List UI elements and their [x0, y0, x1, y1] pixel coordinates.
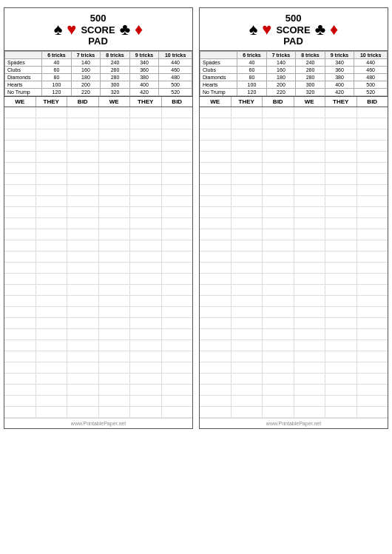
score-cell[interactable]	[162, 118, 193, 129]
score-cell[interactable]	[263, 118, 294, 129]
score-cell[interactable]	[232, 374, 263, 384]
score-cell[interactable]	[130, 329, 162, 340]
score-cell[interactable]	[67, 163, 99, 173]
score-cell[interactable]	[263, 296, 294, 306]
score-cell[interactable]	[162, 407, 193, 417]
score-cell[interactable]	[200, 141, 232, 151]
score-cell[interactable]	[162, 263, 193, 273]
score-cell[interactable]	[325, 351, 357, 362]
score-cell[interactable]	[263, 163, 294, 173]
score-cell[interactable]	[263, 274, 294, 284]
score-cell[interactable]	[325, 118, 357, 129]
score-cell[interactable]	[325, 340, 357, 351]
score-cell[interactable]	[67, 218, 99, 229]
score-cell[interactable]	[357, 141, 388, 151]
score-cell[interactable]	[200, 129, 232, 140]
score-cell[interactable]	[200, 163, 232, 173]
score-cell[interactable]	[130, 296, 162, 306]
score-cell[interactable]	[130, 174, 162, 184]
score-cell[interactable]	[36, 174, 68, 184]
score-cell[interactable]	[130, 107, 162, 118]
score-cell[interactable]	[36, 407, 68, 417]
score-cell[interactable]	[162, 385, 193, 395]
score-cell[interactable]	[325, 240, 357, 251]
score-cell[interactable]	[232, 340, 263, 351]
score-cell[interactable]	[357, 185, 388, 195]
score-cell[interactable]	[263, 152, 294, 162]
score-cell[interactable]	[294, 362, 326, 373]
score-cell[interactable]	[99, 263, 131, 273]
score-cell[interactable]	[263, 362, 294, 373]
score-cell[interactable]	[294, 407, 326, 417]
score-cell[interactable]	[200, 274, 232, 284]
score-cell[interactable]	[263, 185, 294, 195]
score-cell[interactable]	[67, 362, 99, 373]
score-cell[interactable]	[294, 174, 326, 184]
score-cell[interactable]	[200, 407, 232, 417]
score-cell[interactable]	[162, 196, 193, 206]
score-cell[interactable]	[200, 107, 232, 118]
score-cell[interactable]	[232, 152, 263, 162]
score-cell[interactable]	[232, 351, 263, 362]
score-cell[interactable]	[4, 263, 36, 273]
score-cell[interactable]	[36, 251, 68, 262]
score-cell[interactable]	[294, 285, 326, 295]
score-cell[interactable]	[36, 185, 68, 195]
score-cell[interactable]	[130, 396, 162, 406]
score-cell[interactable]	[263, 141, 294, 151]
score-cell[interactable]	[4, 396, 36, 406]
score-cell[interactable]	[99, 351, 131, 362]
score-cell[interactable]	[130, 385, 162, 395]
score-cell[interactable]	[67, 307, 99, 317]
score-cell[interactable]	[263, 318, 294, 328]
score-cell[interactable]	[263, 285, 294, 295]
score-cell[interactable]	[200, 307, 232, 317]
score-cell[interactable]	[130, 129, 162, 140]
score-cell[interactable]	[162, 251, 193, 262]
score-cell[interactable]	[357, 207, 388, 217]
score-cell[interactable]	[200, 329, 232, 340]
score-cell[interactable]	[263, 263, 294, 273]
score-cell[interactable]	[232, 118, 263, 129]
score-cell[interactable]	[200, 396, 232, 406]
score-cell[interactable]	[36, 307, 68, 317]
score-cell[interactable]	[200, 296, 232, 306]
score-cell[interactable]	[325, 129, 357, 140]
score-cell[interactable]	[294, 163, 326, 173]
score-cell[interactable]	[232, 163, 263, 173]
score-cell[interactable]	[4, 129, 36, 140]
score-cell[interactable]	[4, 307, 36, 317]
score-cell[interactable]	[325, 152, 357, 162]
score-cell[interactable]	[294, 340, 326, 351]
score-cell[interactable]	[4, 185, 36, 195]
score-cell[interactable]	[130, 318, 162, 328]
score-cell[interactable]	[4, 274, 36, 284]
score-cell[interactable]	[4, 296, 36, 306]
score-cell[interactable]	[99, 274, 131, 284]
score-cell[interactable]	[4, 362, 36, 373]
score-cell[interactable]	[232, 251, 263, 262]
score-cell[interactable]	[67, 285, 99, 295]
score-cell[interactable]	[67, 274, 99, 284]
score-cell[interactable]	[294, 351, 326, 362]
score-cell[interactable]	[130, 374, 162, 384]
score-cell[interactable]	[99, 340, 131, 351]
score-cell[interactable]	[162, 107, 193, 118]
score-cell[interactable]	[263, 307, 294, 317]
score-cell[interactable]	[4, 118, 36, 129]
score-cell[interactable]	[36, 351, 68, 362]
score-cell[interactable]	[67, 374, 99, 384]
score-cell[interactable]	[232, 385, 263, 395]
score-cell[interactable]	[200, 374, 232, 384]
score-cell[interactable]	[162, 240, 193, 251]
score-cell[interactable]	[325, 207, 357, 217]
score-cell[interactable]	[325, 329, 357, 340]
score-cell[interactable]	[67, 263, 99, 273]
score-cell[interactable]	[4, 407, 36, 417]
score-cell[interactable]	[232, 207, 263, 217]
score-cell[interactable]	[67, 385, 99, 395]
score-cell[interactable]	[67, 251, 99, 262]
score-cell[interactable]	[200, 185, 232, 195]
score-cell[interactable]	[130, 307, 162, 317]
score-cell[interactable]	[36, 263, 68, 273]
